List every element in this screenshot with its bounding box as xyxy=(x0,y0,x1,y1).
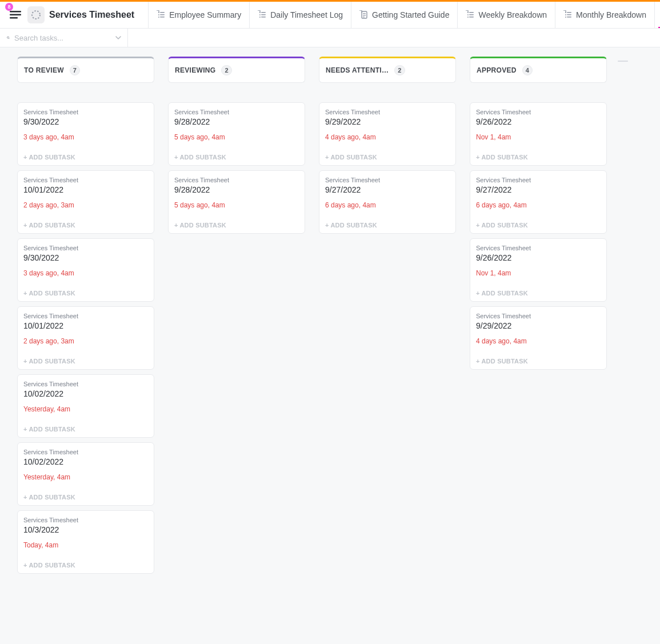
svg-rect-7 xyxy=(158,12,159,13)
column-title: REVIEWING xyxy=(175,66,215,74)
menu-notification-badge: 8 xyxy=(5,3,13,11)
column-title: APPROVED xyxy=(477,66,517,74)
task-card[interactable]: Services Timesheet10/3/2022Today, 4am+ A… xyxy=(17,510,154,574)
task-card[interactable]: Services Timesheet10/01/20222 days ago, … xyxy=(17,306,154,370)
tab-label: Getting Started Guide xyxy=(372,10,449,19)
card-project-label: Services Timesheet xyxy=(174,177,299,183)
task-card[interactable]: Services Timesheet10/02/2022Yesterday, 4… xyxy=(17,374,154,438)
task-card[interactable]: Services Timesheet9/30/20223 days ago, 4… xyxy=(17,102,154,166)
card-title: 9/27/2022 xyxy=(325,185,450,194)
card-title: 9/30/2022 xyxy=(23,117,148,126)
card-due-date: 4 days ago, 4am xyxy=(325,133,450,141)
card-title: 9/26/2022 xyxy=(476,117,601,126)
list-icon xyxy=(563,10,573,19)
task-card[interactable]: Services Timesheet10/01/20222 days ago, … xyxy=(17,170,154,234)
column-header-reviewing[interactable]: REVIEWING2 xyxy=(168,57,305,83)
card-title: 9/28/2022 xyxy=(174,117,299,126)
card-due-date: 5 days ago, 4am xyxy=(174,133,299,141)
card-title: 9/28/2022 xyxy=(174,185,299,194)
column-header-needs-attention[interactable]: NEEDS ATTENTI…2 xyxy=(319,57,456,83)
toolbar-row xyxy=(0,29,660,47)
svg-rect-11 xyxy=(261,14,266,15)
svg-rect-0 xyxy=(10,11,21,13)
add-subtask-button[interactable]: + ADD SUBTASK xyxy=(174,154,299,161)
add-subtask-button[interactable]: + ADD SUBTASK xyxy=(23,290,148,297)
card-title: 10/01/2022 xyxy=(23,185,148,194)
tab-employee-summary[interactable]: Employee Summary xyxy=(148,2,249,28)
column-header-to-review[interactable]: TO REVIEW7 xyxy=(17,57,154,83)
expand-handle[interactable] xyxy=(614,58,631,65)
hamburger-icon xyxy=(10,11,21,19)
svg-rect-12 xyxy=(261,17,266,18)
search-wrap xyxy=(7,29,128,47)
task-card[interactable]: Services Timesheet9/30/20223 days ago, 4… xyxy=(17,238,154,302)
column-cards: Services Timesheet9/29/20224 days ago, 4… xyxy=(319,102,456,234)
column-title: TO REVIEW xyxy=(24,66,64,74)
add-subtask-button[interactable]: + ADD SUBTASK xyxy=(23,222,148,229)
column-header-approved[interactable]: APPROVED4 xyxy=(470,57,607,83)
card-due-date: 6 days ago, 4am xyxy=(325,201,450,209)
column-to-review: TO REVIEW7Services Timesheet9/30/20223 d… xyxy=(17,57,154,574)
card-project-label: Services Timesheet xyxy=(23,109,148,115)
list-icon xyxy=(258,10,267,19)
card-project-label: Services Timesheet xyxy=(23,313,148,319)
column-count-badge: 2 xyxy=(394,65,405,75)
add-subtask-button[interactable]: + ADD SUBTASK xyxy=(476,222,601,229)
svg-rect-20 xyxy=(469,12,474,13)
svg-rect-15 xyxy=(259,17,261,18)
add-subtask-button[interactable]: + ADD SUBTASK xyxy=(476,290,601,297)
doc-icon xyxy=(359,10,369,19)
task-card[interactable]: Services Timesheet9/26/2022Nov 1, 4am+ A… xyxy=(470,238,607,302)
add-subtask-button[interactable]: + ADD SUBTASK xyxy=(325,154,450,161)
add-subtask-button[interactable]: + ADD SUBTASK xyxy=(23,154,148,161)
svg-rect-31 xyxy=(565,17,566,18)
card-title: 9/29/2022 xyxy=(476,321,601,330)
tab-daily-timesheet-log[interactable]: Daily Timesheet Log xyxy=(249,2,351,28)
add-subtask-button[interactable]: + ADD SUBTASK xyxy=(476,154,601,161)
card-due-date: Yesterday, 4am xyxy=(23,405,148,413)
tab-monthly-breakdown[interactable]: Monthly Breakdown xyxy=(555,2,654,28)
svg-rect-29 xyxy=(565,12,566,13)
add-subtask-button[interactable]: + ADD SUBTASK xyxy=(476,358,601,365)
card-due-date: 3 days ago, 4am xyxy=(23,133,148,141)
task-card[interactable]: Services Timesheet9/26/2022Nov 1, 4am+ A… xyxy=(470,102,607,166)
task-card[interactable]: Services Timesheet9/29/20224 days ago, 4… xyxy=(319,102,456,166)
task-card[interactable]: Services Timesheet9/28/20225 days ago, 4… xyxy=(168,102,305,166)
tab-getting-started-guide[interactable]: Getting Started Guide xyxy=(351,2,457,28)
task-card[interactable]: Services Timesheet10/02/2022Yesterday, 4… xyxy=(17,442,154,506)
add-subtask-button[interactable]: + ADD SUBTASK xyxy=(23,358,148,365)
task-card[interactable]: Services Timesheet9/27/20226 days ago, 4… xyxy=(319,170,456,234)
task-card[interactable]: Services Timesheet9/27/20226 days ago, 4… xyxy=(470,170,607,234)
tab-board[interactable]: Boar xyxy=(654,2,660,28)
card-project-label: Services Timesheet xyxy=(23,177,148,183)
card-title: 9/29/2022 xyxy=(325,117,450,126)
task-card[interactable]: Services Timesheet9/29/20224 days ago, 4… xyxy=(470,306,607,370)
svg-rect-17 xyxy=(363,13,366,14)
add-subtask-button[interactable]: + ADD SUBTASK xyxy=(23,494,148,501)
svg-rect-21 xyxy=(469,14,474,15)
svg-rect-5 xyxy=(160,14,165,15)
menu-button[interactable]: 8 xyxy=(6,5,25,25)
column-count-badge: 4 xyxy=(522,65,533,75)
search-dropdown-toggle[interactable] xyxy=(115,34,127,41)
task-card[interactable]: Services Timesheet9/28/20225 days ago, 4… xyxy=(168,170,305,234)
tab-weekly-breakdown[interactable]: Weekly Breakdown xyxy=(457,2,555,28)
add-subtask-button[interactable]: + ADD SUBTASK xyxy=(23,562,148,569)
project-chip[interactable]: Services Timesheet xyxy=(27,6,134,23)
search-input[interactable] xyxy=(14,34,110,42)
svg-rect-22 xyxy=(469,17,474,18)
app-header: 8 Services Timesheet Employee SummaryDai… xyxy=(0,2,660,29)
svg-rect-8 xyxy=(158,14,159,15)
add-subtask-button[interactable]: + ADD SUBTASK xyxy=(23,426,148,433)
svg-point-3 xyxy=(32,11,40,19)
svg-rect-9 xyxy=(158,17,159,18)
card-due-date: 6 days ago, 4am xyxy=(476,201,601,209)
svg-rect-30 xyxy=(565,14,566,15)
card-title: 9/30/2022 xyxy=(23,253,148,262)
card-due-date: Today, 4am xyxy=(23,541,148,549)
add-subtask-button[interactable]: + ADD SUBTASK xyxy=(325,222,450,229)
card-due-date: 2 days ago, 3am xyxy=(23,337,148,345)
svg-rect-10 xyxy=(261,12,266,13)
card-due-date: Yesterday, 4am xyxy=(23,473,148,481)
add-subtask-button[interactable]: + ADD SUBTASK xyxy=(174,222,299,229)
